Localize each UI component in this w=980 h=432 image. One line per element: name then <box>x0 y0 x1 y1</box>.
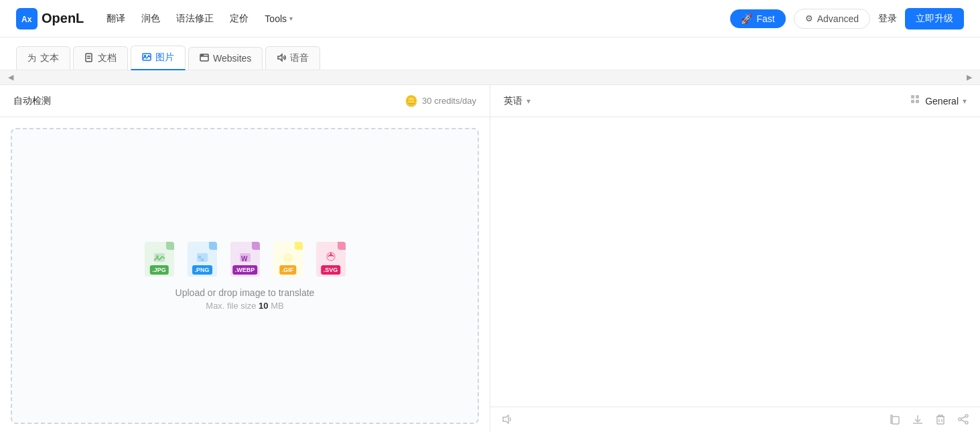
svg-point-34 <box>965 415 968 417</box>
webp-format-icon: W .WEBP <box>228 242 263 277</box>
scroll-hint-bar: ◀ ▶ <box>0 70 980 85</box>
advanced-button[interactable]: ⚙ Advanced <box>794 9 870 29</box>
nav-translate[interactable]: 翻译 <box>105 10 127 27</box>
delete-icon[interactable] <box>934 413 947 429</box>
credits-badge: 🪙 30 credits/day <box>405 94 476 107</box>
nav-pricing[interactable]: 定价 <box>228 10 250 27</box>
svg-marker-10 <box>278 54 282 61</box>
right-bottom-bar <box>490 407 980 432</box>
file-size-hint: Max. file size 10 MB <box>206 301 283 311</box>
left-panel: 自动检测 🪙 30 credits/day <box>0 85 490 432</box>
svg-rect-16 <box>198 259 201 261</box>
chevron-down-icon: ▾ <box>289 15 293 22</box>
credits-text: 30 credits/day <box>422 96 476 106</box>
main-content: 自动检测 🪙 30 credits/day <box>0 85 980 432</box>
voice-tab-icon <box>277 53 286 64</box>
svg-rect-24 <box>911 95 914 98</box>
header-right: 🚀 Fast ⚙ Advanced 登录 立即升级 <box>730 8 964 29</box>
svg-text:Ax: Ax <box>21 15 32 24</box>
source-language-label: 自动检测 <box>13 95 51 107</box>
tab-text[interactable]: 为 文本 <box>16 46 70 70</box>
svg-rect-27 <box>916 100 919 103</box>
scroll-left-icon[interactable]: ◀ <box>8 73 13 82</box>
svg-point-9 <box>203 55 204 56</box>
website-tab-icon <box>200 53 209 64</box>
svg-point-35 <box>959 418 961 421</box>
svg-rect-26 <box>911 100 914 103</box>
left-panel-header: 自动检测 🪙 30 credits/day <box>0 85 490 117</box>
nav-tools[interactable]: Tools ▾ <box>263 11 294 27</box>
logo-icon: Ax <box>16 8 38 29</box>
login-button[interactable]: 登录 <box>878 13 897 25</box>
drop-zone[interactable]: .JPG .PNG <box>11 128 479 424</box>
svg-rect-15 <box>201 256 204 259</box>
gear-icon: ⚙ <box>805 13 813 23</box>
jpg-format-icon: .JPG <box>142 242 177 277</box>
fast-button[interactable]: 🚀 Fast <box>730 9 785 28</box>
upload-prompt: Upload or drop image to translate <box>176 287 315 298</box>
share-icon[interactable] <box>957 413 969 429</box>
svg-rect-14 <box>198 256 201 259</box>
header: Ax OpenL 翻译 润色 语法修正 定价 Tools ▾ 🚀 Fast ⚙ … <box>0 0 980 38</box>
coin-icon: 🪙 <box>405 94 418 107</box>
image-tab-icon <box>142 52 151 64</box>
right-panel-header: 英语 ▾ General ▾ <box>490 85 980 117</box>
right-panel: 英语 ▾ General ▾ <box>490 85 980 432</box>
text-tab-icon: 为 <box>27 52 36 64</box>
svg-rect-1 <box>86 54 92 62</box>
tab-document[interactable]: 文档 <box>73 46 128 70</box>
target-language-label: 英语 <box>504 95 522 107</box>
scroll-right-icon[interactable]: ▶ <box>967 73 972 82</box>
chevron-down-icon: ▾ <box>527 96 531 106</box>
nav: 翻译 润色 语法修正 定价 Tools ▾ <box>105 10 294 27</box>
style-select[interactable]: General ▾ <box>910 94 967 108</box>
audio-icon[interactable] <box>501 415 514 429</box>
svg-rect-17 <box>201 259 204 261</box>
logo: Ax OpenL <box>16 8 84 29</box>
svg-rect-29 <box>892 417 899 424</box>
nav-polish[interactable]: 润色 <box>140 10 161 27</box>
grid-icon <box>910 94 921 108</box>
style-label: General <box>925 96 959 106</box>
logo-text: OpenL <box>42 11 84 26</box>
svg-point-36 <box>965 421 968 424</box>
target-language-select[interactable]: 英语 ▾ <box>504 95 531 107</box>
svg-line-38 <box>961 420 965 422</box>
tab-image[interactable]: 图片 <box>131 46 186 70</box>
tab-voice[interactable]: 语音 <box>265 46 320 70</box>
svg-point-20 <box>283 253 293 263</box>
translation-output <box>490 117 980 407</box>
upgrade-button[interactable]: 立即升级 <box>905 8 964 29</box>
document-tab-icon <box>84 53 94 64</box>
svg-line-37 <box>961 417 965 419</box>
download-icon[interactable] <box>912 413 924 429</box>
nav-grammar[interactable]: 语法修正 <box>175 10 215 27</box>
style-chevron-down-icon: ▾ <box>963 96 967 106</box>
tab-websites[interactable]: Websites <box>188 47 263 70</box>
rocket-icon: 🚀 <box>741 13 752 24</box>
svg-text:W: W <box>241 255 248 263</box>
svg-marker-28 <box>503 415 508 423</box>
png-format-icon: .PNG <box>185 242 220 277</box>
svg-rect-25 <box>916 95 919 98</box>
copy-icon[interactable] <box>889 413 901 429</box>
gif-format-icon: 😊 .GIF <box>271 242 305 277</box>
svg-format-icon: .SVG <box>313 242 348 277</box>
svg-rect-31 <box>937 417 944 424</box>
tabs-bar: 为 文本 文档 图片 <box>0 38 980 70</box>
svg-point-8 <box>202 55 202 56</box>
file-format-icons: .JPG .PNG <box>142 242 348 277</box>
